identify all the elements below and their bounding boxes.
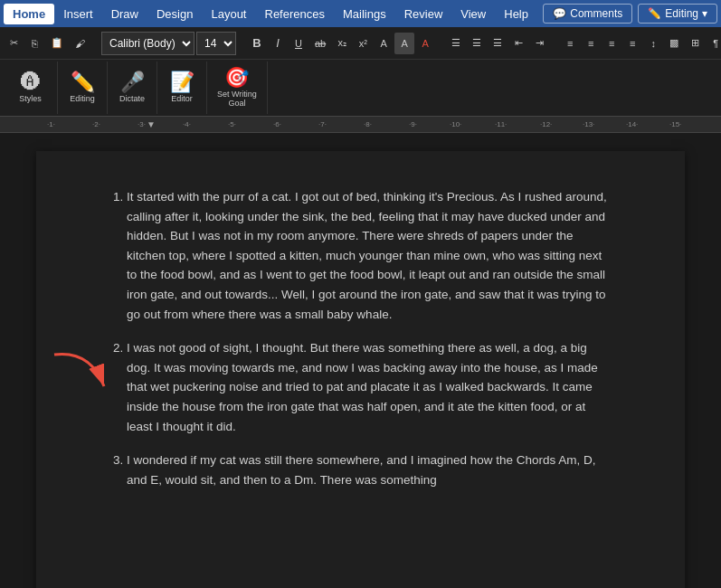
writing-goal-button[interactable]: 🎯 Set WritingGoal (213, 64, 261, 111)
menu-review[interactable]: Review (395, 4, 452, 24)
editing-button[interactable]: ✏️ Editing (64, 64, 100, 111)
copy-button[interactable]: ⎘ (24, 33, 44, 54)
editor-button[interactable]: 📝 Editor (164, 64, 200, 111)
ruler-tick-5: ·5· (228, 120, 236, 128)
ruler-tick-2: ·2· (92, 120, 100, 128)
underline-button[interactable]: U (289, 33, 308, 54)
ribbon: ✂ ⎘ 📋 🖌 Calibri (Body) 14 B I U ab x₂ x²… (0, 27, 721, 117)
superscript-button[interactable]: x² (353, 33, 373, 54)
ruler-tick-15: ·15· (669, 120, 681, 128)
menu-help[interactable]: Help (495, 4, 537, 24)
ruler-tick-4: ·4· (183, 120, 191, 128)
voice-section: 🎤 Dictate (108, 62, 157, 114)
pencil-icon: ✏️ (648, 7, 661, 20)
ribbon-row1: ✂ ⎘ 📋 🖌 Calibri (Body) 14 B I U ab x₂ x²… (0, 27, 721, 60)
line-spacing-button[interactable]: ↕ (643, 33, 663, 54)
ruler-tick-12: ·12· (540, 120, 552, 128)
align-left-button[interactable]: ≡ (560, 33, 580, 54)
voice-inner: 🎤 Dictate (113, 63, 151, 112)
target-icon: 🎯 (224, 68, 249, 88)
ruler-tick-3: ·3· (138, 120, 146, 128)
menu-layout[interactable]: Layout (202, 4, 255, 24)
bold-button[interactable]: B (247, 33, 267, 54)
ribbon-row2: 🅐 Styles ✏️ Editing 🎤 Dictate (0, 60, 721, 116)
justify-button[interactable]: ≡ (622, 33, 642, 54)
font-color-button[interactable]: A (415, 33, 435, 54)
font-size-select[interactable]: 14 (196, 32, 236, 55)
text-format-group: B I U ab x₂ x² A A A (247, 33, 435, 54)
clipboard-group: ✂ ⎘ 📋 🖌 (4, 33, 90, 54)
ruler-tick-10: ·10· (450, 120, 461, 128)
document-text: It started with the purr of a cat. I got… (109, 187, 612, 489)
list-item: I wondered if my cat was still there som… (127, 450, 612, 489)
show-marks-button[interactable]: ¶ (706, 33, 721, 54)
italic-button[interactable]: I (268, 33, 288, 54)
align-right-button[interactable]: ≡ (602, 33, 621, 54)
list-item: It started with the purr of a cat. I got… (127, 187, 612, 324)
main-content: It started with the purr of a cat. I got… (0, 133, 721, 588)
menu-design[interactable]: Design (147, 4, 202, 24)
comment-icon: 💬 (553, 7, 566, 20)
dictate-button[interactable]: 🎤 Dictate (114, 64, 150, 111)
menu-bar: Home Insert Draw Design Layout Reference… (0, 0, 721, 27)
editing-section: ✏️ Editing (58, 62, 108, 114)
multilevel-list-button[interactable]: ☰ (488, 33, 508, 54)
ruler-tick-6: ·6· (273, 120, 281, 128)
menu-references[interactable]: References (256, 4, 334, 24)
document-list: It started with the purr of a cat. I got… (109, 187, 612, 489)
microphone-icon: 🎤 (120, 72, 145, 92)
increase-indent-button[interactable]: ⇥ (529, 33, 549, 54)
text-effects-button[interactable]: A (374, 33, 394, 54)
ruler-tick-7: ·7· (318, 120, 327, 128)
bullets-button[interactable]: ☰ (446, 33, 466, 54)
menu-mailings[interactable]: Mailings (334, 4, 395, 24)
menu-draw[interactable]: Draw (102, 4, 147, 24)
document-area[interactable]: It started with the purr of a cat. I got… (0, 133, 721, 588)
ruler: ·1· ·2· ·3· ·4· ·5· ·6· ·7· ·8· ·9· ·10·… (0, 117, 721, 133)
editing-mode-button[interactable]: ✏️ Editing ▾ (638, 4, 717, 24)
numbering-button[interactable]: ☰ (467, 33, 487, 54)
menu-right-actions: 💬 Comments ✏️ Editing ▾ (543, 4, 717, 24)
menu-insert[interactable]: Insert (54, 4, 102, 24)
decrease-indent-button[interactable]: ⇤ (508, 33, 528, 54)
editor-section: 📝 Editor (157, 62, 207, 114)
paragraph-format-group: ☰ ☰ ☰ ⇤ ⇥ (446, 33, 549, 54)
list-item: I was not good of sight, I thought. But … (127, 338, 612, 436)
font-name-select[interactable]: Calibri (Body) (101, 32, 194, 55)
menu-view[interactable]: View (451, 4, 495, 24)
styles-button[interactable]: 🅐 Styles (13, 64, 49, 111)
ruler-indent-marker[interactable]: ▼ (147, 119, 156, 129)
cut-button[interactable]: ✂ (4, 33, 24, 54)
ruler-tick-9: ·9· (409, 120, 417, 128)
styles-buttons: 🅐 Styles (9, 63, 52, 112)
comments-button[interactable]: 💬 Comments (543, 4, 632, 24)
subscript-button[interactable]: x₂ (332, 33, 352, 54)
editing-inner: ✏️ Editing (63, 63, 101, 112)
align-group: ≡ ≡ ≡ ≡ ↕ ▩ ⊞ ¶ ↕ (560, 33, 721, 54)
ruler-tick-14: ·14· (626, 120, 638, 128)
document[interactable]: It started with the purr of a cat. I got… (36, 151, 685, 588)
ruler-tick-13: ·13· (583, 120, 594, 128)
ruler-tick-11: ·11· (495, 120, 507, 128)
ruler-tick-1: ·1· (47, 120, 55, 128)
chevron-down-icon: ▾ (702, 7, 707, 20)
format-painter-button[interactable]: 🖌 (70, 33, 90, 54)
writing-goal-inner: 🎯 Set WritingGoal (213, 63, 261, 112)
shading-button[interactable]: ▩ (664, 33, 684, 54)
paste-button[interactable]: 📋 (45, 33, 69, 54)
menu-home[interactable]: Home (4, 4, 54, 24)
styles-icon: 🅐 (21, 72, 41, 92)
align-center-button[interactable]: ≡ (581, 33, 601, 54)
highlight-button[interactable]: A (394, 33, 414, 54)
editing-icon: ✏️ (71, 72, 95, 92)
borders-button[interactable]: ⊞ (685, 33, 705, 54)
ruler-tick-8: ·8· (364, 120, 372, 128)
styles-section: 🅐 Styles (4, 62, 58, 114)
editor-inner: 📝 Editor (163, 63, 201, 112)
editor-icon: 📝 (170, 72, 194, 92)
strikethrough-button[interactable]: ab (309, 33, 331, 54)
writing-goal-section: 🎯 Set WritingGoal (207, 62, 268, 114)
